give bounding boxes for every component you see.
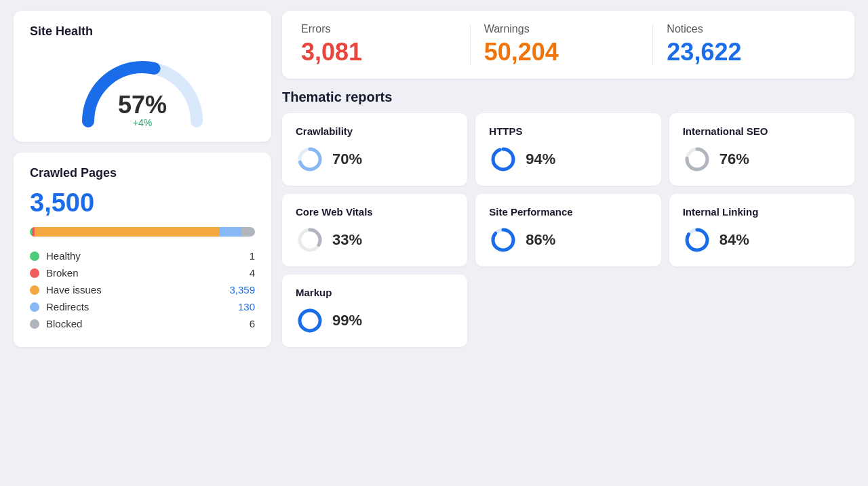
gauge-container: 57% +4% xyxy=(75,47,210,128)
internal-linking-metric: 84% xyxy=(683,226,841,254)
thematic-site-performance[interactable]: Site Performance 86% xyxy=(475,194,660,266)
crawled-pages-card: Crawled Pages 3,500 Healthy 1 Broken 4 xyxy=(14,153,271,347)
markup-percent: 99% xyxy=(332,312,362,329)
international-seo-percent: 76% xyxy=(719,150,749,168)
gauge-change: +4% xyxy=(118,117,167,128)
dot-blocked xyxy=(30,319,39,329)
svg-point-13 xyxy=(300,310,320,331)
gauge-text: 57% +4% xyxy=(118,93,167,128)
warnings-item: Warnings 50,204 xyxy=(471,23,653,66)
dot-healthy xyxy=(30,251,39,261)
value-issues: 3,359 xyxy=(229,284,255,296)
internal-linking-title: Internal Linking xyxy=(683,206,841,218)
international-seo-donut xyxy=(683,145,711,174)
crawled-pages-title: Crawled Pages xyxy=(30,166,255,180)
https-percent: 94% xyxy=(526,150,555,168)
site-performance-donut xyxy=(489,226,517,254)
core-web-vitals-donut xyxy=(296,226,324,254)
thematic-https[interactable]: HTTPS 94% xyxy=(475,113,660,186)
notices-value: 23,622 xyxy=(667,38,822,66)
legend-item-issues: Have issues 3,359 xyxy=(30,284,255,296)
bar-issues xyxy=(35,227,219,237)
errors-label: Errors xyxy=(301,23,456,35)
site-health-title: Site Health xyxy=(30,24,255,39)
markup-metric: 99% xyxy=(296,306,454,335)
label-blocked: Blocked xyxy=(46,318,243,329)
label-issues: Have issues xyxy=(46,284,222,296)
international-seo-title: International SEO xyxy=(683,125,841,137)
crawlability-metric: 70% xyxy=(296,145,454,174)
internal-linking-percent: 84% xyxy=(719,231,749,249)
https-metric: 94% xyxy=(489,145,647,174)
value-healthy: 1 xyxy=(250,250,255,262)
site-health-card: Site Health 57% +4% xyxy=(14,11,271,142)
svg-point-3 xyxy=(493,149,513,169)
errors-item: Errors 3,081 xyxy=(301,23,470,66)
notices-item: Notices 23,622 xyxy=(653,23,835,66)
site-performance-title: Site Performance xyxy=(489,206,647,218)
dot-redirects xyxy=(30,302,39,312)
value-redirects: 130 xyxy=(238,301,255,312)
dot-issues xyxy=(30,285,39,295)
warnings-label: Warnings xyxy=(484,23,639,35)
markup-donut xyxy=(296,306,324,335)
core-web-vitals-percent: 33% xyxy=(332,231,362,249)
bar-redirects xyxy=(219,227,241,237)
label-healthy: Healthy xyxy=(46,250,243,262)
bar-blocked xyxy=(241,227,255,237)
legend-item-blocked: Blocked 6 xyxy=(30,318,255,329)
thematic-international-seo[interactable]: International SEO 76% xyxy=(669,113,854,186)
thematic-markup[interactable]: Markup 99% xyxy=(282,275,467,347)
dot-broken xyxy=(30,268,39,278)
core-web-vitals-metric: 33% xyxy=(296,226,454,254)
crawlability-percent: 70% xyxy=(332,150,362,168)
site-performance-percent: 86% xyxy=(526,231,555,249)
legend-item-broken: Broken 4 xyxy=(30,267,255,279)
markup-title: Markup xyxy=(296,287,454,298)
svg-point-9 xyxy=(493,230,513,250)
notices-label: Notices xyxy=(667,23,822,35)
https-title: HTTPS xyxy=(489,125,647,137)
summary-card: Errors 3,081 Warnings 50,204 Notices 23,… xyxy=(282,11,854,79)
label-broken: Broken xyxy=(46,267,243,279)
thematic-reports-section: Thematic reports Crawlability 70% HT xyxy=(282,89,854,347)
warnings-value: 50,204 xyxy=(484,38,639,66)
legend: Healthy 1 Broken 4 Have issues 3,359 Red… xyxy=(30,250,255,329)
bar-chart xyxy=(30,227,255,237)
gauge-percent: 57% xyxy=(118,93,167,117)
thematic-core-web-vitals[interactable]: Core Web Vitals 33% xyxy=(282,194,467,266)
crawlability-donut xyxy=(296,145,324,174)
legend-item-healthy: Healthy 1 xyxy=(30,250,255,262)
crawled-count: 3,500 xyxy=(30,188,255,218)
crawlability-title: Crawlability xyxy=(296,125,454,137)
value-broken: 4 xyxy=(250,267,255,279)
international-seo-metric: 76% xyxy=(683,145,841,174)
thematic-internal-linking[interactable]: Internal Linking 84% xyxy=(669,194,854,266)
thematic-crawlability[interactable]: Crawlability 70% xyxy=(282,113,467,186)
thematic-grid: Crawlability 70% HTTPS xyxy=(282,113,854,347)
internal-linking-donut xyxy=(683,226,711,254)
site-performance-metric: 86% xyxy=(489,226,647,254)
errors-value: 3,081 xyxy=(301,38,456,66)
thematic-title: Thematic reports xyxy=(282,89,854,105)
core-web-vitals-title: Core Web Vitals xyxy=(296,206,454,218)
legend-item-redirects: Redirects 130 xyxy=(30,301,255,312)
https-donut xyxy=(489,145,517,174)
value-blocked: 6 xyxy=(250,318,255,329)
label-redirects: Redirects xyxy=(46,301,231,312)
